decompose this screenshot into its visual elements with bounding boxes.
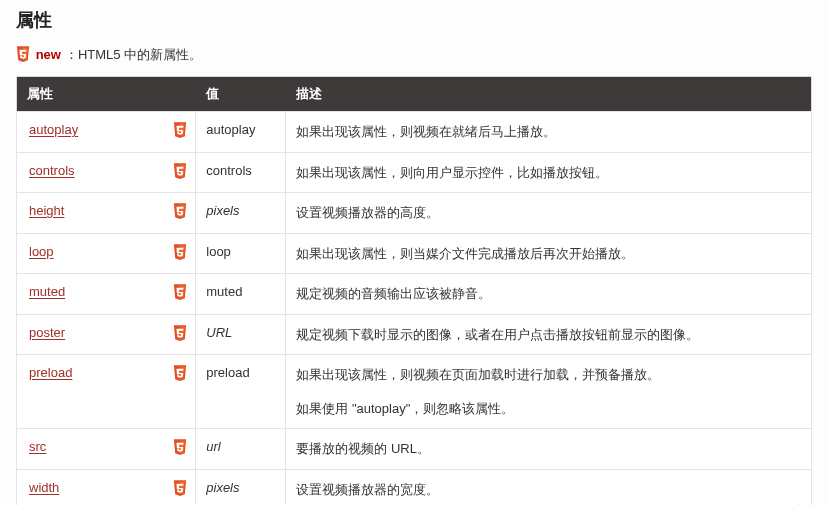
table-row: mutedmuted规定视频的音频输出应该被静音。: [17, 274, 812, 315]
desc-cell: 如果出现该属性，则视频在页面加载时进行加载，并预备播放。如果使用 "autopl…: [286, 355, 812, 429]
value-cell: preload: [196, 355, 286, 429]
new-keyword: new: [36, 47, 61, 62]
html5-icon: [173, 122, 187, 138]
html5-icon: [173, 203, 187, 219]
desc-cell: 规定视频的音频输出应该被静音。: [286, 274, 812, 315]
html5-icon: [173, 244, 187, 260]
badge-cell: [168, 193, 196, 234]
attr-cell: muted: [17, 274, 168, 315]
value-cell: controls: [196, 152, 286, 193]
attr-cell: controls: [17, 152, 168, 193]
html5-icon: [173, 439, 187, 455]
desc-cell: 规定视频下载时显示的图像，或者在用户点击播放按钮前显示的图像。: [286, 314, 812, 355]
badge-cell: [168, 274, 196, 315]
badge-cell: [168, 469, 196, 505]
table-row: widthpixels设置视频播放器的宽度。: [17, 469, 812, 505]
value-cell: pixels: [196, 469, 286, 505]
attribute-link[interactable]: poster: [29, 325, 65, 340]
attribute-link[interactable]: muted: [29, 284, 65, 299]
attribute-link[interactable]: width: [29, 480, 59, 495]
table-row: controlscontrols如果出现该属性，则向用户显示控件，比如播放按钮。: [17, 152, 812, 193]
attr-cell: height: [17, 193, 168, 234]
attributes-table: 属性 值 描述 autoplayautoplay如果出现该属性，则视频在就绪后马…: [16, 76, 812, 505]
desc-cell: 如果出现该属性，则视频在就绪后马上播放。: [286, 112, 812, 153]
attr-cell: loop: [17, 233, 168, 274]
table-row: posterURL规定视频下载时显示的图像，或者在用户点击播放按钮前显示的图像。: [17, 314, 812, 355]
badge-cell: [168, 314, 196, 355]
table-row: heightpixels设置视频播放器的高度。: [17, 193, 812, 234]
html5-icon: [173, 163, 187, 179]
html5-icon: [173, 325, 187, 341]
value-cell: url: [196, 429, 286, 470]
header-value: 值: [196, 77, 286, 112]
html5-icon: [173, 284, 187, 300]
table-row: autoplayautoplay如果出现该属性，则视频在就绪后马上播放。: [17, 112, 812, 153]
desc-cell: 要播放的视频的 URL。: [286, 429, 812, 470]
attribute-link[interactable]: height: [29, 203, 64, 218]
badge-cell: [168, 233, 196, 274]
attr-cell: poster: [17, 314, 168, 355]
html5-icon: [16, 46, 30, 62]
html5-icon: [173, 480, 187, 496]
value-cell: loop: [196, 233, 286, 274]
attr-cell: preload: [17, 355, 168, 429]
value-cell: muted: [196, 274, 286, 315]
badge-cell: [168, 355, 196, 429]
badge-cell: [168, 152, 196, 193]
attribute-link[interactable]: controls: [29, 163, 75, 178]
attribute-link[interactable]: src: [29, 439, 46, 454]
attribute-link[interactable]: loop: [29, 244, 54, 259]
value-cell: pixels: [196, 193, 286, 234]
badge-cell: [168, 112, 196, 153]
desc-cell: 如果出现该属性，则向用户显示控件，比如播放按钮。: [286, 152, 812, 193]
attr-cell: width: [17, 469, 168, 505]
attribute-link[interactable]: preload: [29, 365, 72, 380]
badge-cell: [168, 429, 196, 470]
attr-cell: autoplay: [17, 112, 168, 153]
table-row: looploop如果出现该属性，则当媒介文件完成播放后再次开始播放。: [17, 233, 812, 274]
section-title: 属性: [16, 8, 812, 32]
desc-cell: 设置视频播放器的高度。: [286, 193, 812, 234]
desc-cell: 如果出现该属性，则当媒介文件完成播放后再次开始播放。: [286, 233, 812, 274]
intro-text: ：HTML5 中的新属性。: [65, 47, 202, 62]
html5-icon: [173, 365, 187, 381]
header-attr: 属性: [17, 77, 196, 112]
attribute-link[interactable]: autoplay: [29, 122, 78, 137]
table-row: preloadpreload如果出现该属性，则视频在页面加载时进行加载，并预备播…: [17, 355, 812, 429]
header-desc: 描述: [286, 77, 812, 112]
desc-cell: 设置视频播放器的宽度。: [286, 469, 812, 505]
table-row: srcurl要播放的视频的 URL。: [17, 429, 812, 470]
value-cell: autoplay: [196, 112, 286, 153]
value-cell: URL: [196, 314, 286, 355]
intro-line: new：HTML5 中的新属性。: [16, 46, 812, 64]
attr-cell: src: [17, 429, 168, 470]
